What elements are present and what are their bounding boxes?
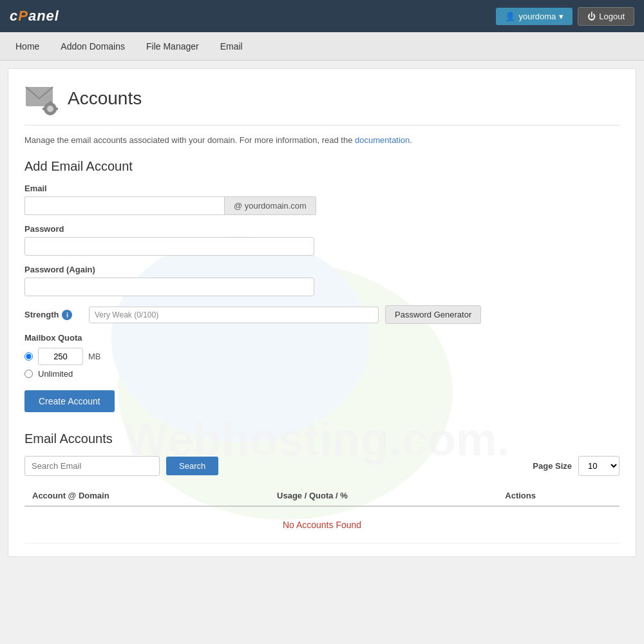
cpanel-logo: cPanel xyxy=(10,8,59,24)
menu-item-addon-domains[interactable]: Addon Domains xyxy=(52,36,134,57)
logout-button[interactable]: ⏻ Logout xyxy=(578,7,634,26)
user-button[interactable]: 👤 yourdoma ▾ xyxy=(496,8,573,25)
password-again-label: Password (Again) xyxy=(24,265,620,274)
email-input[interactable] xyxy=(24,196,224,215)
unlimited-row: Unlimited xyxy=(24,369,620,379)
svg-rect-6 xyxy=(49,101,52,104)
page-title-area: Accounts xyxy=(24,82,620,126)
col-usage-quota: Usage / Quota / % xyxy=(269,486,497,506)
user-icon: 👤 xyxy=(505,12,515,21)
page-size-select[interactable]: 10 25 50 100 xyxy=(578,456,620,476)
user-button-label: yourdoma xyxy=(518,12,556,21)
col-account-domain: Account @ Domain xyxy=(24,486,269,506)
svg-rect-8 xyxy=(43,108,46,110)
password-generator-button[interactable]: Password Generator xyxy=(385,305,481,324)
password-input[interactable] xyxy=(24,237,314,256)
password-again-field-group: Password (Again) xyxy=(24,265,620,296)
svg-rect-7 xyxy=(49,113,52,115)
no-accounts-message: No Accounts Found xyxy=(24,506,620,544)
menu-item-file-manager[interactable]: File Manager xyxy=(137,36,208,57)
strength-row: Strength i Very Weak (0/100) Password Ge… xyxy=(24,305,620,324)
unlimited-label: Unlimited xyxy=(38,369,73,379)
top-bar-right: 👤 yourdoma ▾ ⏻ Logout xyxy=(496,7,634,26)
strength-bar: Very Weak (0/100) xyxy=(89,307,379,323)
description-suffix: . xyxy=(410,135,412,145)
page-icon xyxy=(24,82,58,115)
quota-radio-mb[interactable] xyxy=(24,352,33,361)
search-email-input[interactable] xyxy=(24,456,160,476)
menu-item-email[interactable]: Email xyxy=(211,36,252,57)
mailbox-quota-section: Mailbox Quota MB Unlimited xyxy=(24,333,620,379)
email-label: Email xyxy=(24,184,620,193)
user-dropdown-icon: ▾ xyxy=(559,12,564,21)
create-account-button[interactable]: Create Account xyxy=(24,390,115,412)
accounts-table: Account @ Domain Usage / Quota / % Actio… xyxy=(24,486,620,544)
accounts-icon xyxy=(24,82,58,115)
page-size-area: Page Size 10 25 50 100 xyxy=(533,456,620,476)
email-domain-label: @ yourdomain.com xyxy=(224,196,316,215)
quota-radio-unlimited[interactable] xyxy=(24,370,33,378)
email-accounts-section: Email Accounts Search Page Size 10 25 50… xyxy=(24,431,620,544)
main-content: Webhosting.com.co.th Accounts Manage the… xyxy=(8,68,636,557)
quota-mb-row: MB xyxy=(24,348,620,365)
documentation-link[interactable]: documentation xyxy=(355,135,410,145)
menu-item-home[interactable]: Home xyxy=(6,36,48,57)
strength-label: Strength i xyxy=(24,310,82,320)
search-row: Search Page Size 10 25 50 100 xyxy=(24,456,620,476)
password-again-input[interactable] xyxy=(24,278,314,296)
add-email-section-title: Add Email Account xyxy=(24,159,620,174)
email-field-group: Email @ yourdomain.com xyxy=(24,184,620,215)
quota-input[interactable] xyxy=(38,348,83,365)
search-button[interactable]: Search xyxy=(166,457,218,475)
svg-point-5 xyxy=(47,106,53,112)
quota-unit: MB xyxy=(88,352,101,361)
email-input-row: @ yourdomain.com xyxy=(24,196,620,215)
description-prefix: Manage the email accounts associated wit… xyxy=(24,135,355,145)
page-description: Manage the email accounts associated wit… xyxy=(24,135,620,145)
strength-value: Very Weak (0/100) xyxy=(95,310,158,319)
no-accounts-row: No Accounts Found xyxy=(24,506,620,544)
password-label: Password xyxy=(24,224,620,234)
top-bar: cPanel 👤 yourdoma ▾ ⏻ Logout xyxy=(0,0,644,32)
menu-bar: Home Addon Domains File Manager Email xyxy=(0,32,644,61)
logout-icon: ⏻ xyxy=(587,12,596,21)
page-title: Accounts xyxy=(68,88,142,109)
page-size-label: Page Size xyxy=(533,461,572,471)
logout-label: Logout xyxy=(599,12,625,21)
email-accounts-section-title: Email Accounts xyxy=(24,431,620,446)
mailbox-quota-label: Mailbox Quota xyxy=(24,333,620,343)
table-header-row: Account @ Domain Usage / Quota / % Actio… xyxy=(24,486,620,506)
col-actions: Actions xyxy=(497,486,620,506)
password-field-group: Password xyxy=(24,224,620,256)
strength-info-icon[interactable]: i xyxy=(62,310,72,320)
svg-rect-9 xyxy=(55,108,58,110)
